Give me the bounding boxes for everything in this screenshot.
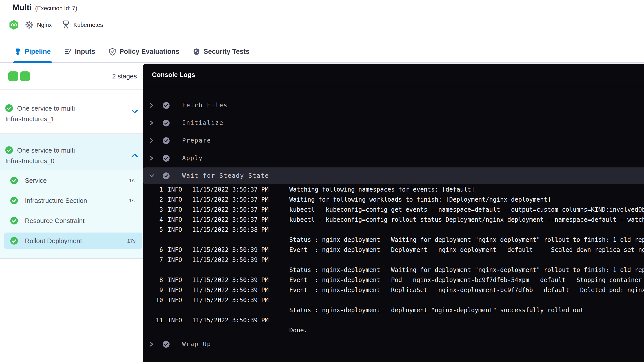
log-timestamp: 11/15/2022 3:50:39 PM <box>192 295 289 305</box>
chevron-right-icon[interactable] <box>149 341 154 347</box>
log-level: INFO <box>168 225 192 235</box>
console-logs-panel: Console Logs Fetch FilesInitializePrepar… <box>143 64 644 362</box>
service-chip-nginx[interactable]: Nginx <box>25 21 52 29</box>
log-timestamp: 11/15/2022 3:50:39 PM <box>192 315 289 325</box>
step-label: Resource Constraint <box>25 217 85 225</box>
log-line: 10INFO11/15/2022 3:50:39 PM <box>149 295 644 305</box>
console-step-wait-for-steady-state[interactable]: Wait for Steady State <box>143 167 644 184</box>
log-line-number: 10 <box>149 295 163 305</box>
step-success-icon <box>163 102 170 109</box>
log-line: 11INFO11/15/2022 3:50:39 PM <box>149 315 644 325</box>
harness-deploy-icon <box>9 20 19 30</box>
step-item-infrastructure-section[interactable]: Infrastructure Section1s <box>0 191 143 211</box>
log-output: 1INFO11/15/2022 3:50:37 PMWatching follo… <box>143 185 644 335</box>
tab-inputs[interactable]: Inputs <box>64 41 95 62</box>
step-success-icon <box>163 172 170 179</box>
stage-label: One service to multi Infrastructures_0 <box>5 146 111 166</box>
log-line: 3INFO11/15/2022 3:50:37 PMkubectl --kube… <box>149 205 644 215</box>
stage-item-one-service-to-multi-infrastructures-1[interactable]: One service to multi Infrastructures_1 <box>0 89 143 134</box>
step-success-icon <box>163 341 170 348</box>
console-logs-title: Console Logs <box>143 64 644 86</box>
log-line: 6INFO11/15/2022 3:50:39 PMEvent : nginx-… <box>149 245 644 255</box>
console-step-label: Prepare <box>182 137 211 144</box>
tab-pipeline[interactable]: Pipeline <box>14 41 51 62</box>
console-step-label: Wrap Up <box>182 341 211 348</box>
log-message: Waiting for following workloads to finis… <box>289 195 551 205</box>
step-item-resource-constraint[interactable]: Resource Constraint <box>0 211 143 231</box>
stages-summary: 2 stages <box>0 63 143 89</box>
chevron-up-icon[interactable] <box>131 153 138 159</box>
console-step-wrap-up[interactable]: Wrap Up <box>143 335 644 353</box>
console-step-label: Initialize <box>182 119 224 126</box>
log-message: Done. <box>289 325 307 335</box>
log-message: Watching following namespaces for events… <box>289 185 475 195</box>
tab-label: Policy Evaluations <box>119 48 180 56</box>
service-label: Nginx <box>37 22 52 28</box>
gear-icon <box>25 21 33 29</box>
chevron-down-icon[interactable] <box>131 109 138 115</box>
log-timestamp: 11/15/2022 3:50:37 PM <box>192 185 289 195</box>
step-duration: 17s <box>127 238 136 244</box>
success-check-icon <box>10 217 18 224</box>
log-line: 8INFO11/15/2022 3:50:39 PMEvent : nginx-… <box>149 275 644 285</box>
shield-search-icon <box>193 48 200 56</box>
console-step-apply[interactable]: Apply <box>143 149 644 167</box>
log-timestamp: 11/15/2022 3:50:38 PM <box>192 225 289 235</box>
log-message: Status : nginx-deployment Waiting for de… <box>289 265 644 275</box>
log-level: INFO <box>168 315 192 325</box>
tab-label: Security Tests <box>204 48 250 56</box>
log-line: 7INFO11/15/2022 3:50:39 PM <box>149 255 644 265</box>
stage-item-one-service-to-multi-infrastructures-0[interactable]: One service to multi Infrastructures_0 <box>0 134 143 170</box>
tab-label: Pipeline <box>25 48 51 56</box>
service-label: Kubernetes <box>73 22 103 28</box>
log-line-number: 7 <box>149 255 163 265</box>
tab-policy-evaluations[interactable]: Policy Evaluations <box>109 41 180 62</box>
log-timestamp: 11/15/2022 3:50:39 PM <box>192 255 289 265</box>
log-line: Status : nginx-deployment deployment "ng… <box>149 305 644 315</box>
log-level: INFO <box>168 295 192 305</box>
log-level: INFO <box>168 285 192 295</box>
chevron-down-icon[interactable] <box>149 173 154 178</box>
log-line: 5INFO11/15/2022 3:50:38 PM <box>149 225 644 235</box>
pipeline-execution-page: Multi (Execution Id: 7) NginxKubernetes … <box>0 0 644 362</box>
step-duration: 1s <box>129 198 135 204</box>
step-success-icon <box>163 155 170 162</box>
log-line-number: 4 <box>149 215 163 225</box>
console-step-prepare[interactable]: Prepare <box>143 132 644 149</box>
console-step-initialize[interactable]: Initialize <box>143 114 644 132</box>
log-line: Status : nginx-deployment Waiting for de… <box>149 265 644 275</box>
execution-id: (Execution Id: 7) <box>35 5 77 12</box>
stage-status-square <box>8 71 18 81</box>
log-line-number: 1 <box>149 185 163 195</box>
log-line-number: 5 <box>149 225 163 235</box>
log-line: Status : nginx-deployment Waiting for de… <box>149 235 644 245</box>
step-label: Infrastructure Section <box>25 197 87 205</box>
console-step-label: Apply <box>182 155 203 162</box>
chevron-right-icon[interactable] <box>149 120 154 126</box>
log-level: INFO <box>168 245 192 255</box>
tab-security-tests[interactable]: Security Tests <box>193 41 250 62</box>
log-line-number: 2 <box>149 195 163 205</box>
step-item-service[interactable]: Service1s <box>0 170 143 191</box>
success-check-icon <box>10 177 18 184</box>
step-label: Service <box>25 177 47 185</box>
log-line: Done. <box>149 325 644 335</box>
console-step-fetch-files[interactable]: Fetch Files <box>143 97 644 114</box>
log-line-number: 11 <box>149 315 163 325</box>
chevron-right-icon[interactable] <box>149 103 154 108</box>
log-level: INFO <box>168 255 192 265</box>
inputs-icon <box>64 48 71 55</box>
chevron-right-icon[interactable] <box>149 138 154 143</box>
title-row: Multi (Execution Id: 7) <box>12 3 77 12</box>
console-step-label: Wait for Steady State <box>182 172 269 179</box>
log-line: 1INFO11/15/2022 3:50:37 PMWatching follo… <box>149 185 644 195</box>
service-chip-kubernetes[interactable]: Kubernetes <box>62 20 103 29</box>
log-message: kubectl --kubeconfig=config get events -… <box>289 205 644 215</box>
harness-deploy-icon <box>9 20 19 30</box>
success-check-icon <box>10 197 18 204</box>
log-level: INFO <box>168 185 192 195</box>
stage-label: One service to multi Infrastructures_1 <box>5 104 111 124</box>
chevron-right-icon[interactable] <box>149 155 154 161</box>
success-check-icon <box>5 146 13 156</box>
step-item-rollout-deployment[interactable]: Rollout Deployment17s <box>4 233 142 249</box>
